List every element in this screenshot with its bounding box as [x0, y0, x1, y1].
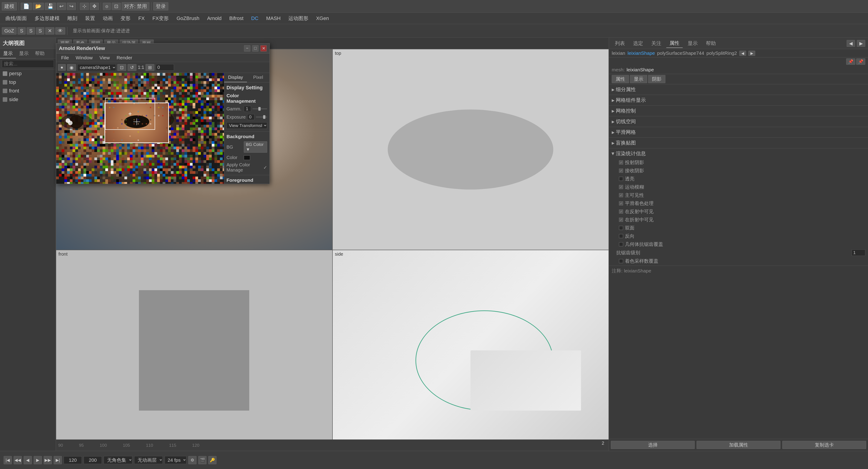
- auto-key-btn[interactable]: 🔑: [208, 456, 216, 464]
- go-end-btn[interactable]: ▶|: [54, 456, 62, 464]
- menu-mash[interactable]: MASH: [262, 14, 284, 22]
- icon-s1[interactable]: S: [18, 27, 26, 35]
- primary-vis-cb[interactable]: [619, 193, 623, 197]
- attr-shade-btn[interactable]: 阴影: [648, 75, 665, 83]
- menu-arnold[interactable]: Arnold: [204, 14, 225, 22]
- menu-xgen[interactable]: XGen: [312, 14, 333, 22]
- toolbar-select[interactable]: ⊹: [80, 3, 89, 10]
- step-fwd-btn[interactable]: ▶▶: [44, 456, 52, 464]
- section-blind-header[interactable]: ▶ 盲换贴图: [609, 138, 868, 148]
- menu-fxchange[interactable]: FX变形: [149, 14, 173, 23]
- left-tab-show[interactable]: 显示: [16, 49, 32, 58]
- icon-eye[interactable]: 👁: [55, 27, 65, 35]
- menu-deform[interactable]: 变形: [117, 14, 134, 23]
- left-tab-display[interactable]: 显示: [0, 49, 16, 58]
- toolbar-snap[interactable]: ⊡: [112, 3, 121, 10]
- view-front[interactable]: front: [0, 87, 56, 95]
- right-tab-list[interactable]: 列表: [612, 39, 628, 48]
- smooth-shade-cb[interactable]: [619, 201, 623, 205]
- arnold-tb-btn2[interactable]: ◉: [67, 64, 76, 71]
- menu-fx[interactable]: FX: [135, 14, 148, 22]
- opposite-cb[interactable]: [619, 234, 623, 238]
- toolbar-save[interactable]: 💾: [45, 3, 56, 10]
- menu-anim[interactable]: 动画: [99, 14, 117, 23]
- menu-bifrost[interactable]: Bifrost: [225, 14, 247, 22]
- double-sided-cb[interactable]: [619, 226, 623, 230]
- color-swatch[interactable]: [244, 156, 250, 160]
- section-render-stats-header[interactable]: ▶ 渲染统计信息: [609, 149, 868, 158]
- playback-settings-btn[interactable]: ⚙: [188, 456, 196, 464]
- icon-s2[interactable]: S: [27, 27, 35, 35]
- motion-blur-cb[interactable]: [619, 185, 623, 189]
- start-frame-input[interactable]: [64, 456, 82, 464]
- view-side[interactable]: side: [0, 95, 56, 104]
- arnold-tb-btn5[interactable]: ⊞: [146, 64, 154, 71]
- right-tab-help[interactable]: 帮助: [703, 39, 719, 48]
- menu-rig[interactable]: 装置: [82, 14, 99, 23]
- icon-s3[interactable]: S: [36, 27, 44, 35]
- bg-dropdown[interactable]: BG Color ▼: [244, 141, 267, 153]
- tab-pixel[interactable]: Pixel: [247, 73, 270, 82]
- toolbar-undo[interactable]: ↩: [57, 3, 66, 10]
- section-tangent-header[interactable]: ▶ 切线空间: [609, 117, 868, 126]
- arnold-menu-file[interactable]: File: [58, 54, 72, 61]
- menu-curves[interactable]: 曲线/面面: [2, 14, 30, 23]
- fps-select[interactable]: 24 fps: [165, 456, 186, 464]
- render-area[interactable]: +: [56, 73, 224, 184]
- toolbar-new[interactable]: 📄: [21, 3, 32, 10]
- load-attr-btn[interactable]: 加载属性: [696, 441, 780, 449]
- view-top[interactable]: top: [0, 78, 56, 87]
- play-back-btn[interactable]: ◀: [24, 456, 32, 464]
- pin-btn2[interactable]: 📌: [856, 58, 865, 65]
- attr-node-leixian[interactable]: leixian: [612, 51, 625, 56]
- refract-vis-cb[interactable]: [619, 218, 623, 222]
- goz-icon[interactable]: GoZ: [2, 27, 17, 35]
- menu-dc[interactable]: DC: [248, 14, 262, 22]
- menu-sculpt[interactable]: 雕刻: [64, 14, 81, 23]
- gamma-slider[interactable]: [252, 108, 267, 109]
- color-sample-cb[interactable]: [619, 259, 623, 263]
- toolbar-open[interactable]: 📂: [33, 3, 44, 10]
- arnold-tb-btn4[interactable]: ↺: [128, 64, 136, 71]
- section-mesh-control-header[interactable]: ▶ 网格控制: [609, 106, 868, 116]
- right-panel-expand[interactable]: ▶: [857, 40, 865, 47]
- section-smooth-header[interactable]: ▶ 平滑网格: [609, 128, 868, 137]
- menu-gozbrush[interactable]: GoZBrush: [173, 14, 203, 22]
- reflect-vis-cb[interactable]: [619, 209, 623, 213]
- vp-panel-front[interactable]: front: [56, 250, 333, 451]
- section-subdivide-header[interactable]: ▶ 细分属性: [609, 85, 868, 94]
- menu-poly[interactable]: 多边形建模: [31, 14, 63, 23]
- arnold-menu-render[interactable]: Render: [114, 54, 135, 61]
- aa-level-input[interactable]: [851, 249, 865, 256]
- attr-node-polysurface[interactable]: polySurfaceShape744: [657, 51, 704, 56]
- arnold-tb-btn1[interactable]: ●: [58, 64, 66, 71]
- toolbar-login[interactable]: 登录: [153, 2, 168, 10]
- attr-show-btn[interactable]: 属性: [612, 75, 629, 83]
- close-button[interactable]: ✕: [260, 45, 267, 52]
- right-tab-select[interactable]: 选定: [630, 39, 646, 48]
- exposure-input[interactable]: 0: [247, 114, 254, 120]
- receive-shadow-cb[interactable]: [619, 169, 623, 173]
- attr-scroll-left[interactable]: ◀: [739, 51, 746, 56]
- right-tab-attr[interactable]: 属性: [666, 39, 683, 48]
- toolbar-lasso[interactable]: ⌾: [103, 3, 111, 10]
- transparent-cb[interactable]: [619, 177, 623, 181]
- anim-layer-select[interactable]: 无动画层: [134, 456, 163, 464]
- vp-panel-side[interactable]: side: [333, 250, 609, 451]
- attr-node-leixianshape[interactable]: leixianShape: [628, 51, 655, 56]
- end-frame-input[interactable]: [84, 456, 102, 464]
- right-scroll[interactable]: ▶ 细分属性 ▶ 网格组件显示 ▶ 网格控制: [609, 84, 868, 439]
- geo-aa-cb[interactable]: [619, 242, 623, 246]
- color-set-select[interactable]: 无角色集: [104, 456, 132, 464]
- camera-select[interactable]: cameraShape1: [77, 64, 116, 71]
- right-panel-collapse[interactable]: ◀: [847, 40, 855, 47]
- attr-node-polysplitring[interactable]: polySplitRing2: [706, 51, 737, 56]
- step-back-btn[interactable]: ◀◀: [13, 456, 22, 464]
- maximize-button[interactable]: □: [252, 45, 258, 52]
- arnold-menu-window[interactable]: Window: [72, 54, 96, 61]
- view-transform-select[interactable]: View TransformsRGB gamma: [226, 122, 267, 129]
- tab-display[interactable]: Display: [224, 73, 247, 82]
- section-mesh-display-header[interactable]: ▶ 网格组件显示: [609, 95, 868, 105]
- left-tab-help[interactable]: 帮助: [32, 49, 48, 58]
- pin-btn1[interactable]: 📌: [846, 58, 855, 65]
